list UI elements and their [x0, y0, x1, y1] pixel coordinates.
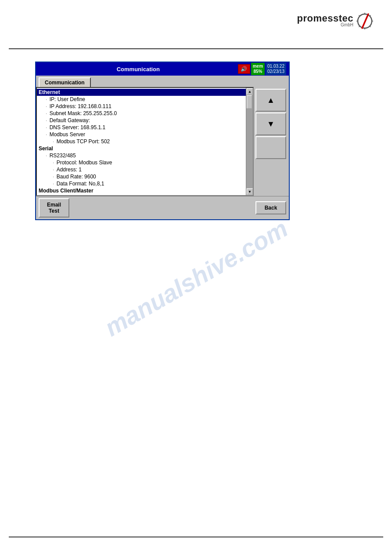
tree-item-7[interactable]: · Modbus TCP Port: 502: [37, 138, 246, 145]
tree-item-0[interactable]: Ethernet: [37, 89, 246, 96]
watermark: manualshive.com: [100, 214, 293, 342]
extra-button-1: [255, 136, 286, 159]
scrollbar-track: [246, 95, 253, 188]
speaker-icon: 🔊: [241, 66, 247, 72]
tree-item-8[interactable]: Serial: [37, 145, 246, 152]
tree-prefix-1: ·: [46, 96, 49, 102]
tree-prefix-11: ·: [53, 167, 56, 173]
tree-prefix-5: ·: [46, 124, 49, 131]
back-button[interactable]: Back: [255, 201, 286, 214]
tree-item-2[interactable]: · IP Address: 192.168.0.111: [37, 103, 246, 110]
mem-display: mem 85%: [251, 63, 265, 75]
scrollbar-down[interactable]: ▼: [247, 189, 253, 195]
tree-item-11[interactable]: · Address: 1: [37, 166, 246, 173]
tree-label-5: DNS Server: 168.95.1.1: [50, 124, 105, 131]
tree-label-11: Address: 1: [57, 167, 82, 173]
svg-line-1: [362, 14, 368, 28]
title-bar: Communication 🔊 mem 85% 01.03.22 02/23/1…: [36, 62, 289, 76]
tree-label-4: Default Gateway:: [50, 117, 90, 123]
tree-label-2: IP Address: 192.168.0.111: [50, 103, 111, 109]
tree-prefix-9: ·: [46, 152, 49, 159]
right-panel: ▲ ▼: [254, 87, 289, 196]
tree-label-14: Modbus Client/Master: [39, 188, 94, 194]
tree-label-12: Baud Rate: 9600: [57, 174, 96, 180]
tree-prefix-3: ·: [46, 110, 49, 116]
svg-line-8: [370, 26, 370, 27]
svg-line-9: [359, 15, 360, 16]
tree-label-9: RS232/485: [50, 152, 76, 159]
tree-label-0: Ethernet: [39, 89, 60, 95]
speaker-button[interactable]: 🔊: [238, 64, 250, 74]
tree-label-3: Subnet Mask: 255.255.255.0: [50, 110, 117, 116]
up-arrow-icon: ▲: [267, 96, 275, 105]
scrollbar-thumb[interactable]: [247, 95, 252, 109]
logo-brand: promesstec: [297, 13, 353, 24]
datetime-display: 01.03.22 02/23/13: [266, 63, 286, 75]
tree-label-1: IP: User Define: [50, 96, 85, 102]
tree-item-14[interactable]: Modbus Client/Master: [37, 187, 246, 194]
scroll-down-button[interactable]: ▼: [255, 112, 286, 135]
main-window: Communication 🔊 mem 85% 01.03.22 02/23/1…: [35, 62, 290, 220]
bottom-border: [9, 537, 383, 537]
bottom-bar: Email Test Back: [36, 196, 289, 219]
logo-area: promesstec GmbH: [297, 9, 374, 31]
tree-item-5[interactable]: · DNS Server: 168.95.1.1: [37, 124, 246, 131]
tree-prefix-12: ·: [53, 174, 56, 180]
tree-prefix-13: ·: [53, 181, 56, 187]
tree-prefix-7: ·: [53, 138, 56, 145]
top-border: [9, 48, 383, 49]
tree-item-6[interactable]: · Modbus Server: [37, 131, 246, 138]
svg-line-6: [370, 15, 370, 16]
tree-item-1[interactable]: · IP: User Define: [37, 96, 246, 103]
svg-line-7: [359, 26, 360, 27]
email-test-button[interactable]: Email Test: [39, 198, 69, 218]
tree-label-8: Serial: [39, 145, 53, 152]
tree-item-9[interactable]: · RS232/485: [37, 152, 246, 159]
tree-item-3[interactable]: · Subnet Mask: 255.255.255.0: [37, 110, 246, 117]
scroll-up-button[interactable]: ▲: [255, 89, 286, 112]
tree-label-7: Modbus TCP Port: 502: [57, 138, 110, 145]
logo-icon: [355, 9, 374, 31]
tree-item-10[interactable]: · Protocol: Modbus Slave: [37, 159, 246, 166]
tree-prefix-10: ·: [53, 160, 56, 166]
tree-item-4[interactable]: · Default Gateway:: [37, 117, 246, 124]
title-bar-controls: 🔊 mem 85% 01.03.22 02/23/13: [238, 63, 286, 75]
down-arrow-icon: ▼: [267, 120, 275, 129]
tree-item-13[interactable]: · Data Format: No,8,1: [37, 180, 246, 187]
tree-prefix-2: ·: [46, 103, 49, 109]
tree-prefix-4: ·: [46, 117, 49, 123]
tab-bar: Communication: [36, 76, 289, 87]
tree-label-6: Modbus Server: [50, 131, 85, 138]
tab-communication[interactable]: Communication: [39, 77, 91, 87]
tree-item-12[interactable]: · Baud Rate: 9600: [37, 173, 246, 180]
window-title: Communication: [39, 66, 238, 73]
tree-label-10: Protocol: Modbus Slave: [57, 160, 112, 166]
tree-label-13: Data Format: No,8,1: [57, 181, 104, 187]
scrollbar-up[interactable]: ▲: [247, 88, 253, 94]
content-area: Ethernet· IP: User Define· IP Address: 1…: [36, 87, 289, 196]
tree-prefix-6: ·: [46, 131, 49, 138]
tree-list[interactable]: Ethernet· IP: User Define· IP Address: 1…: [37, 88, 246, 195]
